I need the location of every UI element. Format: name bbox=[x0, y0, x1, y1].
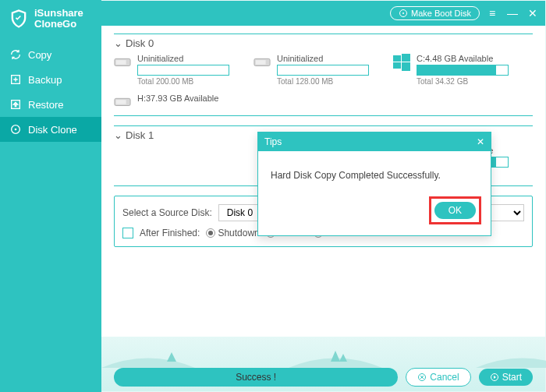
dialog-header: Tips ✕ bbox=[258, 132, 491, 151]
nav-disk-clone[interactable]: Disk Clone bbox=[0, 117, 101, 142]
app-title: iSunshareCloneGo bbox=[34, 8, 83, 30]
refresh-icon bbox=[9, 48, 22, 61]
dialog-close-icon[interactable]: ✕ bbox=[477, 136, 484, 147]
nav-label: Disk Clone bbox=[28, 124, 77, 136]
svg-point-3 bbox=[15, 129, 17, 131]
nav: Copy Backup Restore Disk Clone bbox=[0, 42, 101, 142]
main-panel: Make Boot Disk ≡ — ✕ ⌄ Disk 0 Uninitiali… bbox=[101, 0, 546, 392]
nav-backup[interactable]: Backup bbox=[0, 67, 101, 92]
nav-label: Copy bbox=[28, 49, 51, 61]
nav-label: Backup bbox=[28, 74, 62, 86]
disk-clone-icon bbox=[9, 123, 22, 136]
plus-square-icon bbox=[9, 73, 22, 86]
app-logo: iSunshareCloneGo bbox=[0, 0, 101, 42]
sidebar: iSunshareCloneGo Copy Backup Restore Dis… bbox=[0, 0, 101, 392]
dialog-message: Hard Disk Copy Completed Successfully. bbox=[258, 151, 491, 196]
nav-label: Restore bbox=[28, 99, 64, 111]
nav-restore[interactable]: Restore bbox=[0, 92, 101, 117]
tips-dialog: Tips ✕ Hard Disk Copy Completed Successf… bbox=[257, 132, 491, 236]
restore-icon bbox=[9, 98, 22, 111]
ok-button[interactable]: OK bbox=[434, 202, 476, 219]
shield-icon bbox=[8, 8, 30, 30]
ok-highlight: OK bbox=[429, 196, 481, 224]
dialog-title: Tips bbox=[264, 136, 282, 147]
nav-copy[interactable]: Copy bbox=[0, 42, 101, 67]
